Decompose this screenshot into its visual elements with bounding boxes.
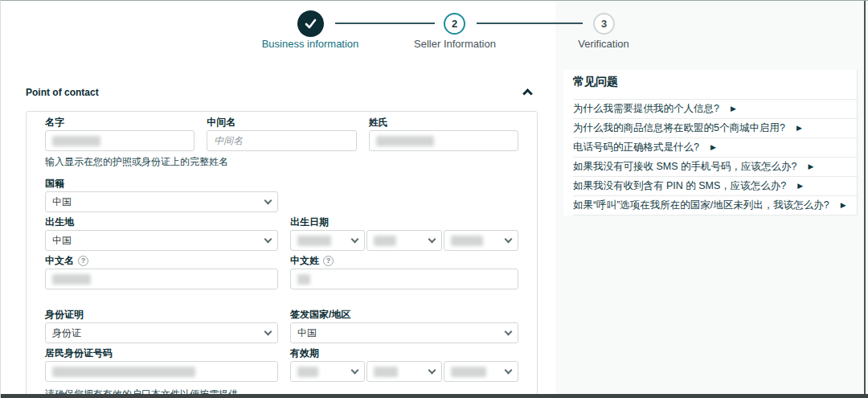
collapse-section-button[interactable] (522, 86, 538, 99)
middle-name-label: 中间名 (207, 117, 356, 129)
chinese-first-name-label-text: 中文名 (45, 255, 74, 267)
step-verification-upcoming[interactable]: 3 (593, 13, 615, 35)
full-name-helper-text: 输入显示在您的护照或身份证上的完整姓名 (45, 156, 518, 168)
redacted-value (451, 236, 483, 246)
window-bottom-edge (1, 394, 868, 398)
last-name-label: 姓氏 (369, 117, 518, 129)
chevron-down-icon (505, 367, 513, 375)
redacted-value (52, 367, 195, 377)
birth-date-day-select[interactable] (290, 230, 365, 251)
chevron-down-icon (264, 328, 272, 336)
chevron-down-icon (428, 236, 436, 244)
redacted-value (374, 367, 398, 377)
nationality-label: 国籍 (45, 178, 278, 190)
first-name-field[interactable] (45, 130, 194, 151)
help-icon[interactable]: ? (323, 256, 334, 266)
step-number: 3 (601, 18, 607, 30)
play-triangle-icon: ▶ (796, 125, 802, 132)
middle-name-field[interactable] (207, 130, 356, 151)
redacted-value (451, 367, 486, 377)
page-title: Point of contact (26, 87, 99, 98)
faq-panel: 常见问题 为什么我需要提供我的个人信息? ▶ 为什么我的商品信息将在欧盟的5个商… (563, 70, 858, 215)
issuing-country-value: 中国 (297, 326, 317, 340)
faq-item-no-pin-sms[interactable]: 如果我没有收到含有 PIN 的 SMS，应该怎么办? ▶ (573, 177, 857, 196)
window-right-edge (864, 1, 866, 398)
redacted-value (297, 236, 331, 246)
nationality-select[interactable]: 中国 (45, 191, 278, 212)
chevron-down-icon (505, 236, 513, 244)
expiry-year-select[interactable] (444, 361, 518, 382)
faq-title: 常见问题 (573, 72, 857, 99)
birth-date-year-select[interactable] (444, 230, 518, 251)
birth-place-label: 出生地 (45, 216, 278, 228)
faq-item-text: 如果“呼叫”选项在我所在的国家/地区未列出，我该怎么办? (573, 199, 829, 212)
faq-item-text: 电话号码的正确格式是什么? (573, 141, 699, 154)
check-icon (305, 18, 317, 29)
expiry-day-select[interactable] (290, 361, 365, 382)
birth-date-month-select[interactable] (366, 230, 441, 251)
issuing-country-label: 签发国家/地区 (290, 309, 518, 321)
point-of-contact-form: 名字 中间名 姓氏 输入显示在您的护照或身份证上的完整姓名 国籍 (26, 111, 538, 398)
faq-item-personal-info[interactable]: 为什么我需要提供我的个人信息? ▶ (573, 100, 857, 119)
id-type-label: 身份证明 (45, 309, 278, 321)
birth-place-value: 中国 (52, 234, 72, 248)
chinese-last-name-field[interactable] (290, 269, 518, 289)
step-seller-information-current[interactable]: 2 (444, 13, 465, 35)
chevron-down-icon (428, 367, 436, 375)
faq-item-call-option-missing[interactable]: 如果“呼叫”选项在我所在的国家/地区未列出，我该怎么办? ▶ (573, 196, 857, 215)
redacted-value (297, 367, 318, 377)
id-type-value: 身份证 (52, 326, 81, 340)
faq-list: 为什么我需要提供我的个人信息? ▶ 为什么我的商品信息将在欧盟的5个商城中启用?… (573, 99, 857, 215)
redacted-value (297, 274, 310, 285)
id-number-label: 居民身份证号码 (45, 347, 278, 359)
id-number-field[interactable] (45, 361, 278, 382)
stepper-connector-1 (335, 23, 435, 24)
birth-date-select-group (290, 230, 518, 251)
faq-item-text: 如果我没有收到含有 PIN 的 SMS，应该怎么办? (573, 179, 786, 193)
chevron-down-icon (264, 197, 272, 205)
expiry-select-group (290, 361, 518, 382)
redacted-value (376, 136, 434, 146)
chevron-up-icon (522, 88, 533, 99)
chevron-down-icon (264, 236, 272, 244)
faq-item-text: 为什么我的商品信息将在欧盟的5个商城中启用? (573, 121, 785, 135)
step-business-information-complete[interactable] (297, 10, 324, 37)
play-triangle-icon: ▶ (731, 105, 736, 113)
issuing-country-select[interactable]: 中国 (290, 322, 518, 343)
chinese-first-name-label: 中文名 ? (45, 255, 278, 267)
chinese-last-name-label: 中文姓 ? (290, 255, 518, 267)
chevron-down-icon (505, 328, 513, 336)
faq-item-phone-format[interactable]: 电话号码的正确格式是什么? ▶ (573, 138, 857, 158)
chevron-down-icon (351, 367, 359, 375)
birth-date-label: 出生日期 (290, 216, 518, 228)
section-header: Point of contact (26, 86, 538, 99)
chinese-first-name-field[interactable] (45, 269, 278, 289)
play-triangle-icon: ▶ (841, 202, 846, 209)
faq-item-text: 为什么我需要提供我的个人信息? (573, 102, 719, 116)
expiry-month-select[interactable] (366, 361, 441, 382)
expiry-label: 有效期 (290, 347, 518, 359)
redacted-value (52, 274, 91, 285)
chinese-last-name-label-text: 中文姓 (290, 255, 319, 267)
faq-item-eu-marketplaces[interactable]: 为什么我的商品信息将在欧盟的5个商城中启用? ▶ (573, 119, 857, 138)
nationality-value: 中国 (52, 195, 72, 209)
seller-registration-page: 2 3 Business information Seller Informat… (0, 0, 868, 398)
play-triangle-icon: ▶ (809, 163, 814, 170)
redacted-value (52, 136, 100, 146)
faq-item-no-sms-number[interactable]: 如果我没有可接收 SMS 的手机号码，应该怎么办? ▶ (573, 158, 857, 177)
play-triangle-icon: ▶ (710, 144, 716, 151)
birth-place-select[interactable]: 中国 (45, 230, 278, 251)
play-triangle-icon: ▶ (797, 183, 803, 190)
id-type-select[interactable]: 身份证 (45, 322, 278, 343)
help-icon[interactable]: ? (78, 256, 88, 266)
faq-item-text: 如果我没有可接收 SMS 的手机号码，应该怎么办? (573, 160, 797, 174)
first-name-label: 名字 (45, 117, 194, 129)
step-label-verification: Verification (515, 38, 692, 50)
step-number: 2 (452, 18, 457, 30)
chevron-down-icon (351, 236, 359, 244)
redacted-value (374, 236, 396, 246)
last-name-field[interactable] (369, 130, 518, 151)
stepper-connector-2 (477, 23, 583, 24)
